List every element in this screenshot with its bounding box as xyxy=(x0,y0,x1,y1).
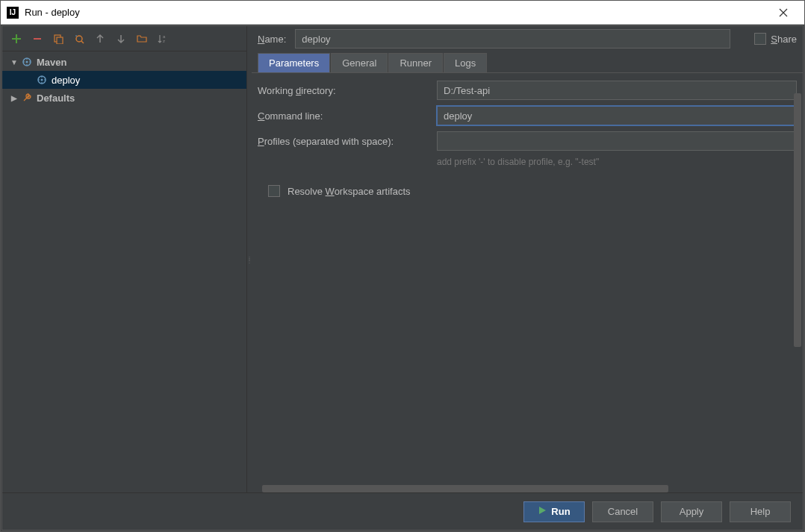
resolve-workspace-checkbox[interactable] xyxy=(268,185,280,197)
right-panel: Name: Share Parameters General Runner Lo… xyxy=(252,26,803,492)
titlebar: IJ Run - deploy xyxy=(1,1,804,25)
left-panel: az ▼ Maven deploy xyxy=(2,26,247,492)
tab-parameters[interactable]: Parameters xyxy=(258,53,330,72)
name-row: Name: Share xyxy=(252,26,803,51)
resolve-workspace-label: Resolve Workspace artifacts xyxy=(288,186,411,197)
svg-rect-1 xyxy=(57,37,63,44)
share-label: Share xyxy=(771,34,797,45)
save-config-button[interactable] xyxy=(71,31,87,47)
svg-point-6 xyxy=(26,61,28,63)
app-icon: IJ xyxy=(7,7,19,19)
chevron-right-icon: ▶ xyxy=(8,94,20,102)
name-label: Name: xyxy=(258,34,286,45)
vertical-scrollbar[interactable] xyxy=(794,93,801,347)
config-tree: ▼ Maven deploy ▶ xyxy=(2,51,246,492)
move-down-button[interactable] xyxy=(113,31,129,47)
config-toolbar: az xyxy=(2,26,246,51)
command-line-input[interactable] xyxy=(437,106,797,125)
tree-node-deploy[interactable]: deploy xyxy=(2,71,246,89)
wrench-icon xyxy=(20,93,34,103)
main-area: az ▼ Maven deploy xyxy=(2,26,803,492)
maven-icon xyxy=(35,75,49,85)
cancel-button[interactable]: Cancel xyxy=(592,501,653,522)
tab-runner[interactable]: Runner xyxy=(388,53,443,72)
tree-label: deploy xyxy=(52,75,80,86)
profiles-label: Profiles (separated with space): xyxy=(258,136,437,147)
command-line-row: Command line: xyxy=(258,106,797,125)
run-config-window: IJ Run - deploy xyxy=(0,0,805,532)
svg-point-2 xyxy=(76,36,82,42)
tree-node-defaults[interactable]: ▶ Defaults xyxy=(2,89,246,107)
svg-point-8 xyxy=(41,79,43,81)
tree-label: Maven xyxy=(37,57,66,68)
maven-icon xyxy=(20,57,34,67)
share-checkbox[interactable] xyxy=(754,33,766,45)
add-config-button[interactable] xyxy=(8,31,25,47)
tree-node-maven[interactable]: ▼ Maven xyxy=(2,53,246,71)
working-dir-row: Working directory: xyxy=(258,81,797,100)
tab-logs[interactable]: Logs xyxy=(444,53,487,72)
window-title: Run - deploy xyxy=(25,7,768,18)
chevron-down-icon: ▼ xyxy=(8,58,20,66)
profiles-input[interactable] xyxy=(437,131,797,151)
copy-config-button[interactable] xyxy=(50,31,66,47)
command-line-label: Command line: xyxy=(258,110,437,122)
play-icon xyxy=(538,506,547,517)
working-dir-input[interactable] xyxy=(437,81,797,100)
share-checkbox-group: Share xyxy=(754,33,797,45)
tabs-bar: Parameters General Runner Logs xyxy=(252,51,803,72)
run-button-label: Run xyxy=(551,506,570,517)
remove-config-button[interactable] xyxy=(29,31,46,47)
svg-text:z: z xyxy=(163,39,165,43)
resolve-workspace-row: Resolve Workspace artifacts xyxy=(268,185,797,197)
move-up-button[interactable] xyxy=(92,31,108,47)
tab-general[interactable]: General xyxy=(331,53,388,72)
working-dir-label: Working directory: xyxy=(258,85,437,96)
tab-content-parameters: Working directory: Command line: Profile… xyxy=(252,72,803,492)
scrollbar-thumb[interactable] xyxy=(262,485,668,492)
profiles-row: Profiles (separated with space): xyxy=(258,131,797,151)
profiles-hint: add prefix '-' to disable profile, e.g. … xyxy=(437,157,797,167)
close-icon[interactable] xyxy=(768,1,798,24)
tree-label: Defaults xyxy=(37,93,75,104)
content-area: az ▼ Maven deploy xyxy=(1,25,804,531)
dialog-footer: Run Cancel Apply Help xyxy=(2,492,803,530)
sort-button[interactable]: az xyxy=(155,31,171,47)
apply-button[interactable]: Apply xyxy=(661,501,722,522)
run-button[interactable]: Run xyxy=(523,501,585,522)
help-button[interactable]: Help xyxy=(730,501,791,522)
name-input[interactable] xyxy=(295,29,730,48)
horizontal-scrollbar[interactable] xyxy=(262,485,713,492)
folder-button[interactable] xyxy=(134,31,150,47)
